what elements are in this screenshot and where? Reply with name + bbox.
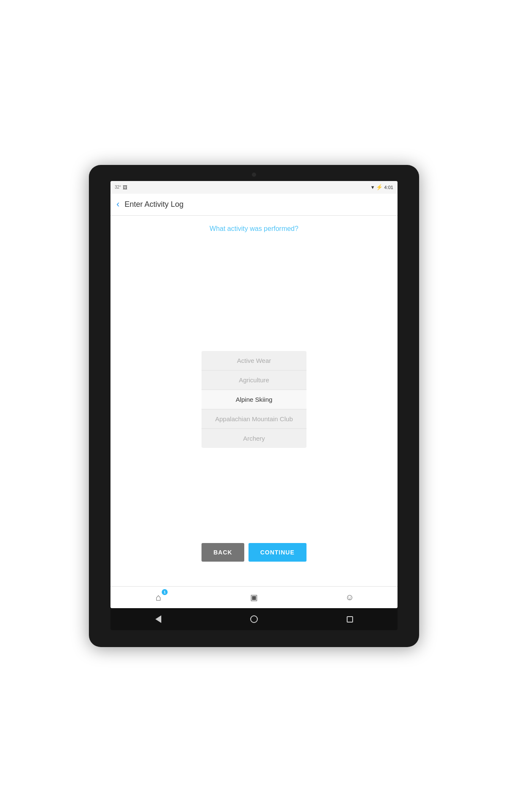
picker-item-appalachian[interactable]: Appalachian Mountain Club xyxy=(202,409,306,429)
wifi-icon: ▾ xyxy=(371,184,374,190)
battery-icon: ⚡ xyxy=(376,184,383,190)
question-label: What activity was performed? xyxy=(201,225,307,233)
home-icon: ⌂ xyxy=(155,592,161,603)
profile-icon: ☺ xyxy=(345,593,354,602)
nav-item-inbox[interactable]: ▣ xyxy=(241,587,267,608)
nav-item-profile[interactable]: ☺ xyxy=(337,587,362,608)
camera xyxy=(252,173,256,177)
action-buttons: BACK CONTINUE xyxy=(110,543,398,562)
inbox-icon: ▣ xyxy=(250,593,258,602)
notification-icon: 🖼 xyxy=(123,185,127,190)
device-screen: 32° 🖼 ▾ ⚡ 4:01 ‹ Enter Activity Log What… xyxy=(110,181,398,608)
main-content: What activity was performed? Active Wear… xyxy=(110,216,398,586)
app-bar: ‹ Enter Activity Log xyxy=(110,194,398,216)
android-nav-bar xyxy=(110,608,398,630)
android-back-button[interactable] xyxy=(150,611,167,628)
nav-item-home[interactable]: ⌂ 1 xyxy=(146,587,171,608)
picker-item-agriculture[interactable]: Agriculture xyxy=(202,370,306,390)
android-home-button[interactable] xyxy=(246,611,262,628)
android-recent-button[interactable] xyxy=(341,611,358,628)
back-button[interactable]: ‹ xyxy=(116,200,119,209)
picker-item-alpine-skiing[interactable]: Alpine Skiing xyxy=(202,390,306,409)
home-badge: 1 xyxy=(162,589,168,595)
continue-button[interactable]: CONTINUE xyxy=(248,543,306,562)
activity-picker[interactable]: Active Wear Agriculture Alpine Skiing Ap… xyxy=(202,351,306,448)
time-display: 4:01 xyxy=(384,185,393,190)
status-bar: 32° 🖼 ▾ ⚡ 4:01 xyxy=(110,181,398,194)
picker-item-active-wear[interactable]: Active Wear xyxy=(202,351,306,370)
temperature-indicator: 32° xyxy=(115,185,121,189)
bottom-nav: ⌂ 1 ▣ ☺ xyxy=(110,586,398,608)
back-button[interactable]: BACK xyxy=(202,543,244,562)
picker-item-archery[interactable]: Archery xyxy=(202,429,306,448)
device-frame: 32° 🖼 ▾ ⚡ 4:01 ‹ Enter Activity Log What… xyxy=(89,165,419,647)
app-bar-title: Enter Activity Log xyxy=(124,200,183,209)
